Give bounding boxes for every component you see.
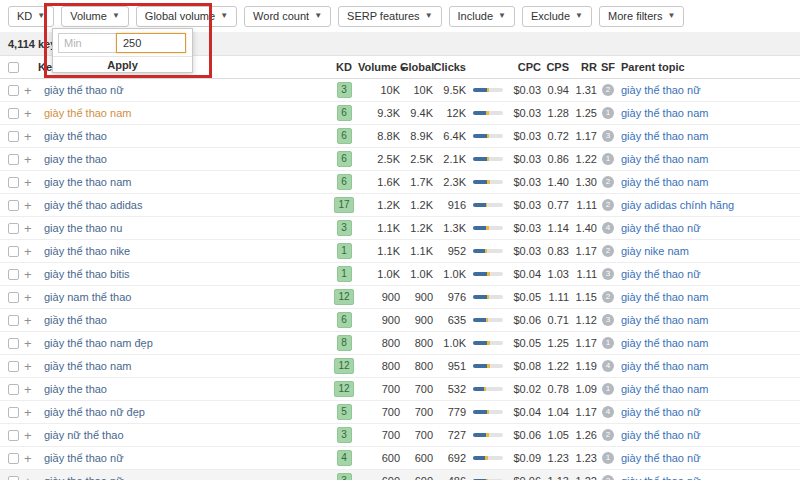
sf-count-badge[interactable]: 1 [602, 452, 614, 464]
row-checkbox[interactable] [8, 338, 19, 349]
parent-topic-link[interactable]: giày thể thao nữ [619, 406, 800, 418]
keyword-link[interactable]: giày thể thao nữ [38, 84, 330, 96]
parent-topic-link[interactable]: giày thể thao nam [619, 314, 800, 326]
parent-topic-link[interactable]: giày thể thao nam [619, 337, 800, 349]
header-volume[interactable]: Volume ▼ [358, 61, 400, 73]
parent-topic-link[interactable]: giày thể thao nữ [619, 222, 800, 234]
expand-plus-icon[interactable]: + [20, 474, 32, 480]
row-checkbox[interactable] [8, 108, 19, 119]
row-checkbox[interactable] [8, 384, 19, 395]
sf-count-badge[interactable]: 4 [602, 222, 614, 234]
expand-plus-icon[interactable]: + [20, 382, 32, 397]
header-rr[interactable]: RR [569, 61, 597, 73]
sf-count-badge[interactable]: 2 [602, 245, 614, 257]
parent-topic-link[interactable]: giày thể thao nam [619, 130, 800, 142]
header-kd[interactable]: KD [330, 61, 358, 73]
parent-topic-link[interactable]: giày thể thao nam [619, 360, 800, 372]
keyword-link[interactable]: giày thể thao nam đẹp [38, 337, 330, 349]
keyword-link[interactable]: giầy thể thao [38, 314, 330, 326]
keyword-link[interactable]: giày the thao nữ [38, 475, 330, 480]
select-all-checkbox[interactable] [8, 62, 19, 73]
header-clicks[interactable]: Clicks [433, 61, 466, 73]
keyword-link[interactable]: giày thể thao adidas [38, 199, 330, 211]
sf-count-badge[interactable]: 1 [602, 153, 614, 165]
sf-count-badge[interactable]: 1 [602, 383, 614, 395]
row-checkbox[interactable] [8, 315, 19, 326]
row-checkbox[interactable] [8, 361, 19, 372]
keyword-link[interactable]: giay the thao nu [38, 222, 330, 234]
expand-plus-icon[interactable]: + [20, 405, 32, 420]
parent-topic-link[interactable]: giày thể thao nam [619, 176, 800, 188]
expand-plus-icon[interactable]: + [20, 175, 32, 190]
parent-topic-link[interactable]: giày thể thao nam [619, 291, 800, 303]
sf-count-badge[interactable]: 2 [602, 475, 614, 480]
header-cps[interactable]: CPS [541, 61, 569, 73]
parent-topic-link[interactable]: giày thể thao nữ [619, 429, 800, 441]
header-cpc[interactable]: CPC [510, 61, 541, 73]
expand-plus-icon[interactable]: + [20, 106, 32, 121]
expand-plus-icon[interactable]: + [20, 451, 32, 466]
sf-count-badge[interactable]: 3 [602, 268, 614, 280]
header-global[interactable]: Global [400, 61, 433, 73]
expand-plus-icon[interactable]: + [20, 428, 32, 443]
keyword-link[interactable]: giày thể thao nam [38, 107, 330, 119]
sf-count-badge[interactable]: 2 [602, 199, 614, 211]
keyword-link[interactable]: giày nam thể thao [38, 291, 330, 303]
row-checkbox[interactable] [8, 154, 19, 165]
expand-plus-icon[interactable]: + [20, 359, 32, 374]
parent-topic-link[interactable]: giày thể thao nữ [619, 452, 800, 464]
parent-topic-link[interactable]: giày thể thao nam [619, 107, 800, 119]
sf-count-badge[interactable]: 2 [602, 291, 614, 303]
sf-count-badge[interactable]: 3 [602, 314, 614, 326]
parent-topic-link[interactable]: giày nike nam [619, 245, 800, 257]
filter-button-word-count[interactable]: Word count▼ [244, 6, 331, 27]
keyword-link[interactable]: giay the thao nam [38, 176, 330, 188]
row-checkbox[interactable] [8, 177, 19, 188]
keyword-link[interactable]: giày thể thao [38, 130, 330, 142]
sf-count-badge[interactable]: 4 [602, 406, 614, 418]
filter-button-exclude[interactable]: Exclude▼ [522, 6, 592, 27]
row-checkbox[interactable] [8, 476, 19, 480]
sf-count-badge[interactable]: 2 [602, 176, 614, 188]
expand-plus-icon[interactable]: + [20, 244, 32, 259]
header-sf[interactable]: SF [597, 61, 619, 73]
row-checkbox[interactable] [8, 200, 19, 211]
expand-plus-icon[interactable]: + [20, 83, 32, 98]
expand-plus-icon[interactable]: + [20, 290, 32, 305]
volume-value-input[interactable] [116, 33, 186, 53]
parent-topic-link[interactable]: giày thể thao nam [619, 153, 800, 165]
row-checkbox[interactable] [8, 269, 19, 280]
row-checkbox[interactable] [8, 223, 19, 234]
sf-count-badge[interactable]: 4 [602, 360, 614, 372]
expand-plus-icon[interactable]: + [20, 267, 32, 282]
keyword-link[interactable]: giày thể thao bitis [38, 268, 330, 280]
filter-button-include[interactable]: Include▼ [449, 6, 515, 27]
parent-topic-link[interactable]: giày thể thao nam [619, 383, 800, 395]
keyword-link[interactable]: giày thể thao nữ đẹp [38, 406, 330, 418]
keyword-link[interactable]: giày the thao [38, 383, 330, 395]
expand-plus-icon[interactable]: + [20, 221, 32, 236]
filter-button-kd[interactable]: KD▼ [8, 6, 54, 27]
row-checkbox[interactable] [8, 430, 19, 441]
row-checkbox[interactable] [8, 85, 19, 96]
filter-button-global-volume[interactable]: Global volume▼ [136, 6, 237, 27]
parent-topic-link[interactable]: giày thể thao nữ [619, 84, 800, 96]
keyword-link[interactable]: giay the thao [38, 153, 330, 165]
parent-topic-link[interactable]: giày adidas chính hãng [619, 199, 800, 211]
volume-min-input[interactable] [58, 33, 117, 53]
apply-button[interactable]: Apply [53, 56, 192, 73]
keyword-link[interactable]: giầy thể thao nữ [38, 452, 330, 464]
keyword-link[interactable]: giày nữ thể thao [38, 429, 330, 441]
parent-topic-link[interactable]: giày thể thao nữ [619, 268, 800, 280]
sf-count-badge[interactable]: 3 [602, 130, 614, 142]
filter-button-serp-features[interactable]: SERP features▼ [338, 6, 441, 27]
sf-count-badge[interactable]: 1 [602, 337, 614, 349]
sf-count-badge[interactable]: 2 [602, 429, 614, 441]
expand-plus-icon[interactable]: + [20, 152, 32, 167]
sf-count-badge[interactable]: 1 [602, 107, 614, 119]
expand-plus-icon[interactable]: + [20, 129, 32, 144]
keyword-link[interactable]: giày thể thao nike [38, 245, 330, 257]
expand-plus-icon[interactable]: + [20, 198, 32, 213]
header-parent-topic[interactable]: Parent topic [619, 61, 800, 73]
expand-plus-icon[interactable]: + [20, 313, 32, 328]
